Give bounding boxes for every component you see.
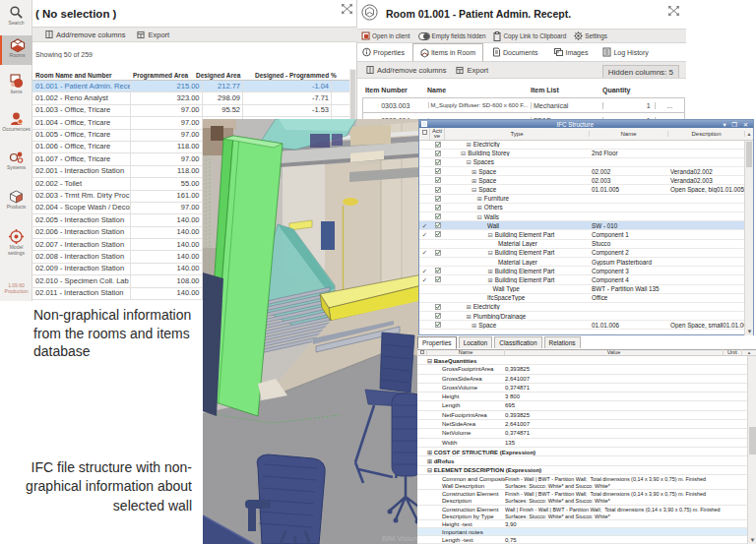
- svg-text:BIM Vision: BIM Vision: [382, 534, 417, 543]
